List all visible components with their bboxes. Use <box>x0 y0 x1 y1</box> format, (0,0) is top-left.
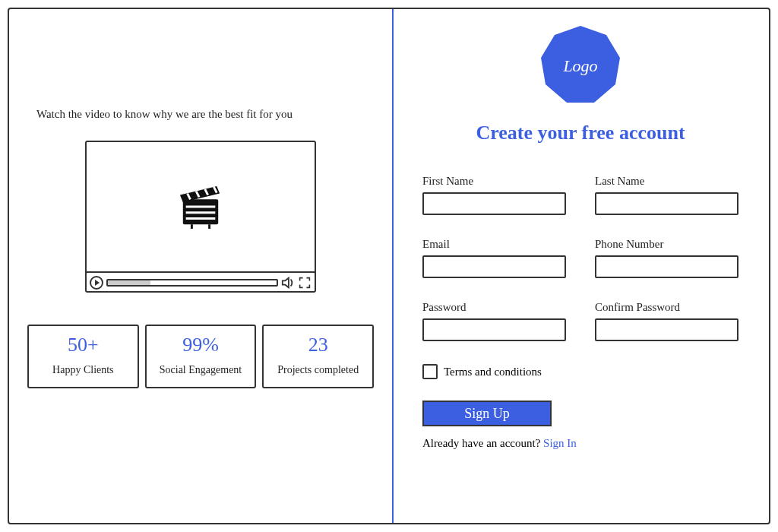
first-name-label: First Name <box>422 175 566 188</box>
progress-fill <box>108 280 150 285</box>
email-label: Email <box>422 238 566 251</box>
confirm-password-input[interactable] <box>595 318 738 341</box>
terms-row: Terms and conditions <box>422 364 738 379</box>
stat-label: Projects completed <box>268 364 368 376</box>
stat-label: Social Engagement <box>151 364 251 376</box>
last-name-input[interactable] <box>595 192 738 215</box>
signin-link[interactable]: Sign In <box>543 437 577 449</box>
field-email: Email <box>422 238 566 278</box>
fullscreen-icon[interactable] <box>298 276 312 290</box>
last-name-label: Last Name <box>595 175 738 188</box>
video-player[interactable] <box>85 141 316 293</box>
field-first-name: First Name <box>422 175 566 215</box>
video-controls <box>87 271 315 293</box>
progress-bar[interactable] <box>106 279 278 287</box>
stat-value: 99% <box>151 334 251 356</box>
logo-text: Logo <box>563 56 597 76</box>
terms-label: Terms and conditions <box>444 366 542 378</box>
first-name-input[interactable] <box>422 192 566 215</box>
phone-input[interactable] <box>595 255 738 278</box>
phone-label: Phone Number <box>595 238 738 251</box>
play-icon <box>95 280 100 286</box>
stat-value: 23 <box>268 334 368 356</box>
tagline: Watch the video to know why we are the b… <box>36 108 374 121</box>
stats-row: 50+ Happy Clients 99% Social Engagement … <box>27 325 374 388</box>
left-panel: Watch the video to know why we are the b… <box>9 9 392 523</box>
stat-card-happy-clients: 50+ Happy Clients <box>27 325 139 388</box>
field-phone: Phone Number <box>595 238 738 278</box>
video-screen <box>87 142 315 271</box>
signin-prompt: Already have an account? <box>422 437 540 449</box>
signup-form: First Name Last Name Email Phone Number … <box>422 175 738 341</box>
confirm-password-label: Confirm Password <box>595 301 738 314</box>
terms-checkbox[interactable] <box>422 364 438 379</box>
volume-icon[interactable] <box>281 276 295 290</box>
stat-card-social-engagement: 99% Social Engagement <box>145 325 257 388</box>
play-button[interactable] <box>90 276 103 290</box>
signup-button[interactable]: Sign Up <box>422 401 552 426</box>
clapperboard-icon <box>177 185 224 229</box>
field-password: Password <box>422 301 566 341</box>
password-input[interactable] <box>422 318 566 341</box>
signin-row: Already have an account? Sign In <box>422 437 738 450</box>
page-container: Watch the video to know why we are the b… <box>8 8 770 524</box>
vertical-divider <box>392 9 394 523</box>
form-title: Create your free account <box>422 122 738 144</box>
field-confirm-password: Confirm Password <box>595 301 738 341</box>
stat-card-projects-completed: 23 Projects completed <box>262 325 374 388</box>
svg-marker-11 <box>283 278 289 288</box>
stat-value: 50+ <box>33 334 133 356</box>
stat-label: Happy Clients <box>33 364 133 376</box>
field-last-name: Last Name <box>595 175 738 215</box>
right-panel: Logo Create your free account First Name… <box>392 9 769 523</box>
password-label: Password <box>422 301 566 314</box>
logo: Logo <box>539 24 622 108</box>
email-input[interactable] <box>422 255 566 278</box>
